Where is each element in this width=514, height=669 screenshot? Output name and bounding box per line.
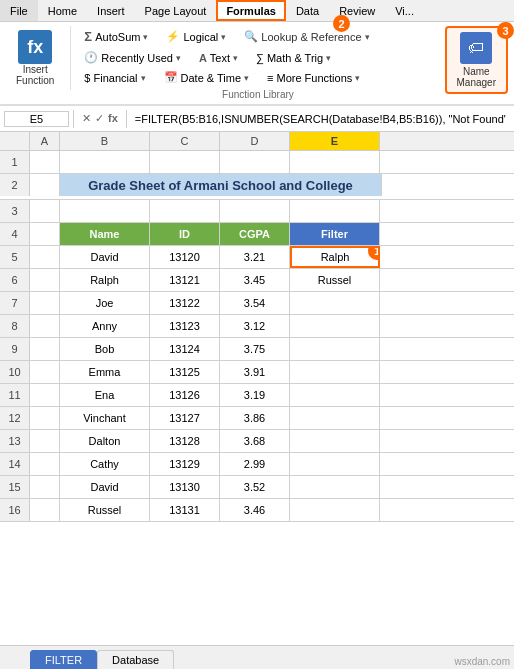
- col-header-d[interactable]: D: [220, 132, 290, 150]
- cell-d12[interactable]: 3.86: [220, 407, 290, 429]
- formula-input[interactable]: [131, 112, 510, 126]
- cell-c8[interactable]: 13123: [150, 315, 220, 337]
- cell-a14[interactable]: [30, 453, 60, 475]
- cell-d1[interactable]: [220, 151, 290, 173]
- formula-cancel-icon[interactable]: ✕: [82, 112, 91, 125]
- sheet-tab-filter[interactable]: FILTER: [30, 650, 97, 669]
- tab-file[interactable]: File: [0, 0, 38, 21]
- cell-a10[interactable]: [30, 361, 60, 383]
- cell-e15[interactable]: [290, 476, 380, 498]
- cell-b8[interactable]: Anny: [60, 315, 150, 337]
- cell-c11[interactable]: 13126: [150, 384, 220, 406]
- cell-a16[interactable]: [30, 499, 60, 521]
- tab-view[interactable]: Vi...: [385, 0, 424, 21]
- autosum-button[interactable]: Σ AutoSum ▾: [77, 26, 155, 47]
- insert-function-button[interactable]: fx InsertFunction: [10, 26, 60, 90]
- cell-e10[interactable]: [290, 361, 380, 383]
- cell-c9[interactable]: 13124: [150, 338, 220, 360]
- recently-used-button[interactable]: 🕐 Recently Used ▾: [77, 48, 188, 67]
- cell-b13[interactable]: Dalton: [60, 430, 150, 452]
- cell-d16[interactable]: 3.46: [220, 499, 290, 521]
- cell-e8[interactable]: [290, 315, 380, 337]
- cell-c3[interactable]: [150, 200, 220, 222]
- lookup-reference-button[interactable]: 🔍 Lookup & Reference ▾: [237, 26, 376, 47]
- cell-b6[interactable]: Ralph: [60, 269, 150, 291]
- cell-c14[interactable]: 13129: [150, 453, 220, 475]
- cell-a5[interactable]: [30, 246, 60, 268]
- cell-d10[interactable]: 3.91: [220, 361, 290, 383]
- cell-a12[interactable]: [30, 407, 60, 429]
- cell-c16[interactable]: 13131: [150, 499, 220, 521]
- cell-b4-header[interactable]: Name: [60, 223, 150, 245]
- cell-c4-header[interactable]: ID: [150, 223, 220, 245]
- col-header-c[interactable]: C: [150, 132, 220, 150]
- cell-a13[interactable]: [30, 430, 60, 452]
- cell-c1[interactable]: [150, 151, 220, 173]
- cell-d4-header[interactable]: CGPA: [220, 223, 290, 245]
- cell-b9[interactable]: Bob: [60, 338, 150, 360]
- formula-confirm-icon[interactable]: ✓: [95, 112, 104, 125]
- cell-e5[interactable]: Ralph 1: [290, 246, 380, 268]
- formula-fx-icon[interactable]: fx: [108, 112, 118, 125]
- tab-home[interactable]: Home: [38, 0, 87, 21]
- cell-a8[interactable]: [30, 315, 60, 337]
- cell-e16[interactable]: [290, 499, 380, 521]
- cell-e11[interactable]: [290, 384, 380, 406]
- cell-e4-header[interactable]: Filter: [290, 223, 380, 245]
- tab-formulas[interactable]: Formulas: [216, 0, 286, 21]
- cell-e3[interactable]: [290, 200, 380, 222]
- cell-c13[interactable]: 13128: [150, 430, 220, 452]
- col-header-b[interactable]: B: [60, 132, 150, 150]
- cell-d14[interactable]: 2.99: [220, 453, 290, 475]
- cell-e14[interactable]: [290, 453, 380, 475]
- cell-a7[interactable]: [30, 292, 60, 314]
- cell-e13[interactable]: [290, 430, 380, 452]
- cell-a3[interactable]: [30, 200, 60, 222]
- cell-b11[interactable]: Ena: [60, 384, 150, 406]
- financial-button[interactable]: $ Financial ▾: [77, 68, 152, 87]
- col-header-e[interactable]: E: [290, 132, 380, 150]
- cell-a2[interactable]: [30, 174, 60, 196]
- cell-c12[interactable]: 13127: [150, 407, 220, 429]
- cell-a6[interactable]: [30, 269, 60, 291]
- cell-b1[interactable]: [60, 151, 150, 173]
- cell-d15[interactable]: 3.52: [220, 476, 290, 498]
- cell-d9[interactable]: 3.75: [220, 338, 290, 360]
- cell-d8[interactable]: 3.12: [220, 315, 290, 337]
- cell-b3[interactable]: [60, 200, 150, 222]
- cell-a11[interactable]: [30, 384, 60, 406]
- cell-e7[interactable]: [290, 292, 380, 314]
- cell-reference-input[interactable]: [4, 111, 69, 127]
- cell-e1[interactable]: [290, 151, 380, 173]
- math-trig-button[interactable]: ∑ Math & Trig ▾: [249, 48, 338, 67]
- cell-b15[interactable]: David: [60, 476, 150, 498]
- date-time-button[interactable]: 📅 Date & Time ▾: [157, 68, 257, 87]
- tab-pagelayout[interactable]: Page Layout: [135, 0, 217, 21]
- cell-d3[interactable]: [220, 200, 290, 222]
- cell-c7[interactable]: 13122: [150, 292, 220, 314]
- cell-b2-title[interactable]: Grade Sheet of Armani School and College: [60, 174, 382, 196]
- cell-a9[interactable]: [30, 338, 60, 360]
- cell-b10[interactable]: Emma: [60, 361, 150, 383]
- col-header-a[interactable]: A: [30, 132, 60, 150]
- cell-b7[interactable]: Joe: [60, 292, 150, 314]
- cell-d11[interactable]: 3.19: [220, 384, 290, 406]
- text-button[interactable]: A Text ▾: [192, 48, 245, 67]
- cell-c15[interactable]: 13130: [150, 476, 220, 498]
- cell-d7[interactable]: 3.54: [220, 292, 290, 314]
- logical-button[interactable]: ⚡ Logical ▾: [159, 26, 233, 47]
- cell-b5[interactable]: David: [60, 246, 150, 268]
- cell-b14[interactable]: Cathy: [60, 453, 150, 475]
- cell-c5[interactable]: 13120: [150, 246, 220, 268]
- cell-c6[interactable]: 13121: [150, 269, 220, 291]
- cell-c10[interactable]: 13125: [150, 361, 220, 383]
- sheet-tab-database[interactable]: Database: [97, 650, 174, 669]
- cell-d6[interactable]: 3.45: [220, 269, 290, 291]
- more-functions-button[interactable]: ≡ More Functions ▾: [260, 68, 367, 87]
- cell-a4[interactable]: [30, 223, 60, 245]
- cell-e9[interactable]: [290, 338, 380, 360]
- cell-d5[interactable]: 3.21: [220, 246, 290, 268]
- cell-e6[interactable]: Russel: [290, 269, 380, 291]
- cell-a1[interactable]: [30, 151, 60, 173]
- cell-b16[interactable]: Russel: [60, 499, 150, 521]
